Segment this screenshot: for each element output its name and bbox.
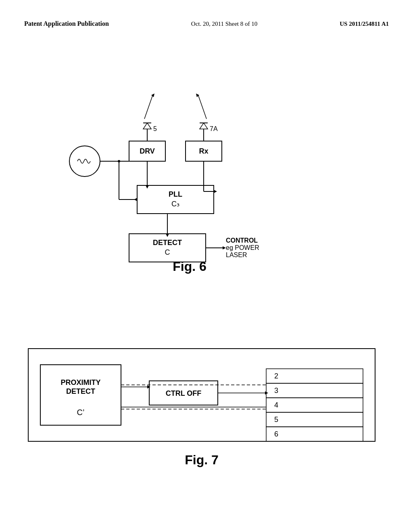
svg-marker-31 [223,246,226,249]
svg-rect-63 [266,412,363,427]
fig7-diagram: PROXIMITY DETECT C’ CTRL OFF 2 [24,330,379,472]
svg-text:PROXIMITY: PROXIMITY [60,378,100,387]
svg-text:C: C [165,248,170,256]
svg-rect-8 [129,234,206,262]
svg-rect-65 [266,427,363,441]
svg-rect-61 [266,398,363,412]
svg-text:6: 6 [274,430,278,438]
svg-point-42 [118,160,120,162]
svg-text:Rx: Rx [199,147,208,155]
header-left: Patent Application Publication [24,20,109,27]
svg-marker-33 [143,123,151,129]
svg-marker-27 [214,190,217,193]
svg-point-0 [69,146,100,177]
svg-text:eg POWER: eg POWER [226,244,259,251]
svg-text:CTRL OFF: CTRL OFF [166,389,202,397]
svg-text:DETECT: DETECT [66,387,95,395]
fig7-svg: PROXIMITY DETECT C’ CTRL OFF 2 [24,330,379,472]
svg-marker-29 [166,234,169,237]
header-center: Oct. 20, 2011 Sheet 8 of 10 [191,21,257,27]
svg-rect-5 [137,185,214,214]
svg-text:C₃: C₃ [171,200,179,208]
svg-text:LASER: LASER [226,251,247,258]
page-header: Patent Application Publication Oct. 20, … [24,20,389,27]
svg-text:7A: 7A [210,125,218,132]
svg-rect-59 [266,383,363,398]
svg-marker-35 [151,94,154,97]
svg-rect-57 [266,369,363,383]
svg-text:DETECT: DETECT [153,239,182,247]
svg-text:PLL: PLL [169,190,182,198]
svg-text:5: 5 [153,125,157,132]
fig6-diagram: DRV Rx PLL C₃ DETECT C CONTROL eg POWER … [48,64,331,278]
svg-marker-38 [200,123,208,129]
svg-text:CONTROL: CONTROL [226,237,258,244]
svg-marker-55 [265,391,268,395]
fig7-label: Fig. 7 [185,453,219,468]
svg-text:5: 5 [274,416,278,424]
fig6-svg: DRV Rx PLL C₃ DETECT C CONTROL eg POWER … [48,64,331,278]
fig6-label: Fig. 6 [173,259,206,274]
svg-text:C’: C’ [77,408,85,417]
svg-text:4: 4 [274,401,278,409]
svg-text:2: 2 [274,372,278,380]
svg-marker-17 [134,198,137,201]
patent-page: Patent Application Publication Oct. 20, … [0,0,413,532]
svg-marker-19 [146,185,149,189]
svg-text:DRV: DRV [140,147,155,155]
svg-text:3: 3 [274,387,278,395]
header-right: US 2011/254811 A1 [340,21,389,27]
